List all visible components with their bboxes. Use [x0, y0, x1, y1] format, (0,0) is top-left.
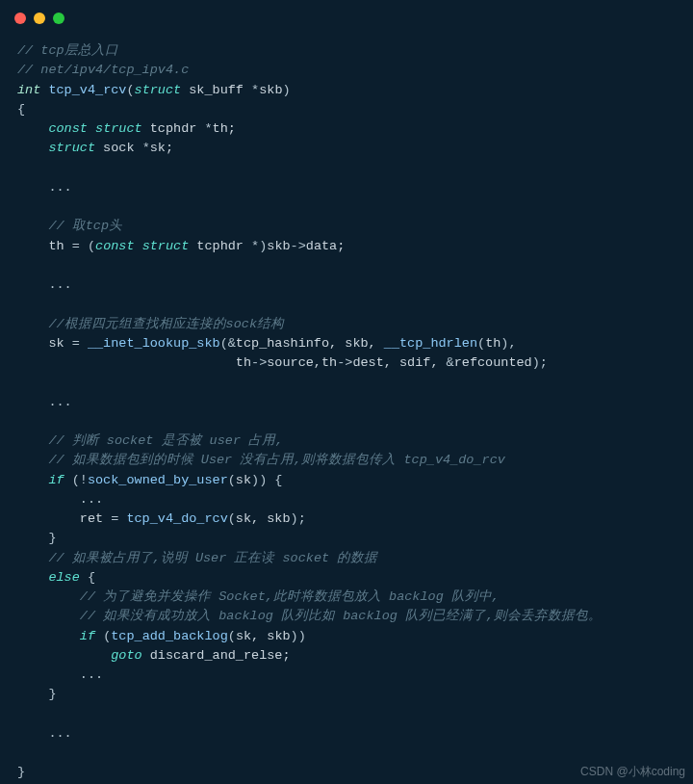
code-token: dest, sdif,: [352, 355, 446, 370]
code-line: [17, 744, 676, 763]
code-token: tcp_hashinfo, skb,: [236, 336, 384, 351]
code-token: sock_owned_by_user: [88, 473, 228, 487]
code-line: //根据四元组查找相应连接的sock结构: [17, 315, 676, 334]
code-token: [95, 629, 103, 643]
close-icon[interactable]: [14, 13, 26, 24]
code-token: )) {: [251, 473, 282, 487]
code-token: ...: [80, 667, 103, 682]
code-line: [17, 373, 676, 392]
code-token: {: [88, 570, 95, 585]
code-line: th->source,th->dest, sdif, &refcounted);: [17, 353, 676, 373]
maximize-icon[interactable]: [53, 13, 64, 24]
code-token: = (: [72, 239, 95, 253]
code-token: skb: [259, 83, 282, 97]
code-token: }: [48, 531, 56, 545]
code-token: goto: [111, 648, 141, 663]
code-line: if (tcp_add_backlog(sk, skb)): [17, 627, 676, 646]
code-token: if: [48, 473, 64, 487]
code-token: {: [17, 102, 25, 117]
code-token: [17, 297, 25, 311]
window-controls: [0, 0, 693, 32]
code-token: )): [291, 629, 306, 643]
code-line: ...: [17, 178, 676, 197]
code-line: // 判断 socket 是否被 user 占用,: [17, 431, 676, 451]
code-token: ),: [500, 336, 516, 351]
code-line: const struct tcphdr *th;: [17, 119, 676, 139]
code-token: // tcp层总入口: [17, 43, 118, 58]
code-token: ...: [80, 492, 103, 507]
code-token: // net/ipv4/tcp_ipv4.c: [17, 63, 189, 77]
code-token: [88, 121, 95, 136]
code-token: if: [80, 629, 95, 643]
watermark: CSDN @小林coding: [580, 763, 685, 780]
minimize-icon[interactable]: [34, 13, 45, 24]
code-token: const: [48, 121, 88, 136]
code-token: ->: [337, 355, 352, 370]
code-line: [17, 412, 676, 431]
code-token: [17, 199, 25, 214]
code-token: // 为了避免并发操作 Socket,此时将数据包放入 backlog 队列中,: [80, 589, 500, 604]
code-line: [17, 159, 676, 178]
code-token: [17, 375, 25, 389]
code-token: [17, 707, 25, 721]
code-token: =: [111, 511, 126, 526]
code-line: ...: [17, 275, 676, 295]
code-token: *: [251, 83, 259, 97]
code-token: ret: [80, 511, 111, 526]
code-token: (: [228, 629, 236, 643]
code-token: *): [251, 239, 267, 253]
code-token: else: [48, 570, 79, 585]
code-token: [64, 473, 72, 487]
code-token: ): [283, 83, 291, 97]
code-token: th: [48, 239, 71, 253]
code-token: *: [142, 141, 150, 155]
code-token: (: [477, 336, 485, 351]
code-token: // 如果被占用了,说明 User 正在读 socket 的数据: [48, 551, 377, 565]
code-line: // 如果数据包到的时候 User 没有占用,则将数据包传入 tcp_v4_do…: [17, 451, 676, 470]
code-token: refcounted: [454, 355, 532, 370]
code-token: struct: [135, 83, 182, 97]
code-token: sock: [95, 141, 142, 155]
code-token: discard_and_relse;: [142, 648, 291, 663]
code-line: // 为了避免并发操作 Socket,此时将数据包放入 backlog 队列中,: [17, 588, 676, 607]
code-token: =: [72, 336, 88, 351]
code-token: th;: [213, 121, 236, 136]
code-token: (!: [72, 473, 88, 487]
code-line: // 如果没有成功放入 backlog 队列比如 backlog 队列已经满了,…: [17, 607, 676, 626]
code-token: (: [126, 83, 134, 97]
code-token: source,th: [267, 355, 337, 370]
code-token: struct: [95, 121, 142, 136]
code-block: // tcp层总入口// net/ipv4/tcp_ipv4.cint tcp_…: [0, 32, 693, 784]
code-line: else {: [17, 568, 676, 588]
code-token: sk: [236, 473, 251, 487]
code-line: struct sock *sk;: [17, 139, 676, 158]
code-token: }: [17, 765, 25, 779]
code-token: (&: [220, 336, 236, 351]
code-line: th = (const struct tcphdr *)skb->data;: [17, 237, 676, 256]
code-token: sk, skb: [236, 629, 291, 643]
code-token: // 如果没有成功放入 backlog 队列比如 backlog 队列已经满了,…: [80, 609, 602, 623]
code-token: //根据四元组查找相应连接的sock结构: [48, 317, 284, 331]
code-line: }: [17, 529, 676, 548]
code-token: skb: [267, 239, 290, 253]
code-token: *: [204, 121, 212, 136]
code-token: th: [48, 355, 251, 370]
code-token: tcp_v4_rcv: [48, 83, 126, 97]
code-token: );: [291, 511, 306, 526]
code-line: ...: [17, 490, 676, 510]
code-line: // 如果被占用了,说明 User 正在读 socket 的数据: [17, 549, 676, 568]
code-token: tcphdr: [142, 121, 205, 136]
code-token: ...: [48, 277, 71, 292]
code-line: // net/ipv4/tcp_ipv4.c: [17, 61, 676, 80]
code-token: [17, 161, 25, 175]
code-token: [17, 414, 25, 429]
code-line: {: [17, 100, 676, 119]
code-token: ->: [251, 355, 267, 370]
code-token: data;: [306, 239, 346, 253]
code-token: struct: [142, 239, 190, 253]
code-token: (: [228, 473, 236, 487]
code-token: sk;: [150, 141, 173, 155]
code-line: }: [17, 763, 676, 782]
code-token: ...: [48, 395, 71, 409]
code-token: __inet_lookup_skb: [88, 336, 220, 351]
